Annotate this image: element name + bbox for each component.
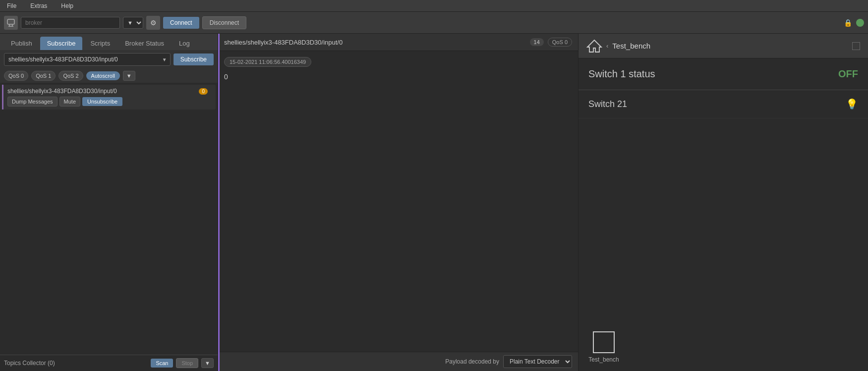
message-header: shellies/shellyix3-483FDA8D3D30/input/0 … bbox=[218, 34, 578, 51]
tab-bar: Publish Subscribe Scripts Broker Status … bbox=[0, 34, 218, 50]
tab-broker-status[interactable]: Broker Status bbox=[118, 37, 171, 50]
spacer bbox=[0, 112, 218, 355]
payload-decoder-select[interactable]: Plain Text Decoder bbox=[503, 355, 572, 368]
main-area: Publish Subscribe Scripts Broker Status … bbox=[0, 34, 868, 371]
switch-status-label: Switch 1 status bbox=[588, 68, 838, 80]
dashboard-title: Test_bench bbox=[612, 42, 848, 50]
testbench-icon-area: Test_bench bbox=[579, 323, 868, 371]
lock-icon: 🔒 bbox=[844, 19, 852, 27]
payload-decoded-label: Payload decoded by bbox=[445, 358, 499, 365]
message-value: 0 bbox=[224, 71, 572, 83]
left-panel-content: shellies/shellyix3-483FDA8D3D30/input/0 … bbox=[0, 83, 218, 371]
payload-bar: Payload decoded by Plain Text Decoder bbox=[218, 352, 578, 371]
connect-button[interactable]: Connect bbox=[163, 17, 199, 29]
more-button[interactable]: ▼ bbox=[123, 71, 135, 81]
subscription-item-inner: shellies/shellyix3-483FDA8D3D30/input/0 … bbox=[7, 88, 212, 106]
subscription-item: shellies/shellyix3-483FDA8D3D30/input/0 … bbox=[2, 85, 216, 109]
qos2-button[interactable]: QoS 2 bbox=[58, 71, 83, 81]
scan-button[interactable]: Scan bbox=[151, 359, 173, 368]
tab-log[interactable]: Log bbox=[172, 37, 197, 50]
subscription-topic-label: shellies/shellyix3-483FDA8D3D30/input/0 bbox=[7, 88, 199, 95]
message-timestamp: 15-02-2021 11:06:56.40016349 bbox=[224, 57, 311, 67]
message-panel: shellies/shellyix3-483FDA8D3D30/input/0 … bbox=[218, 34, 578, 371]
topic-input[interactable] bbox=[4, 53, 159, 65]
dump-messages-button[interactable]: Dump Messages bbox=[7, 97, 58, 106]
message-topic-text: shellies/shellyix3-483FDA8D3D30/input/0 bbox=[224, 39, 526, 46]
dashboard-content-area: Test_bench bbox=[579, 118, 868, 371]
window-control-box[interactable] bbox=[852, 42, 860, 50]
switch-status-value: OFF bbox=[838, 68, 858, 80]
switch21-label: Switch 21 bbox=[588, 99, 846, 109]
qos-bar: QoS 0 QoS 1 QoS 2 Autoscroll ▼ bbox=[0, 69, 218, 83]
menu-extras[interactable]: Extras bbox=[27, 1, 50, 10]
qos0-button[interactable]: QoS 0 bbox=[4, 71, 28, 81]
message-content: 15-02-2021 11:06:56.40016349 0 bbox=[218, 51, 578, 352]
autoscroll-button[interactable]: Autoscroll bbox=[86, 71, 120, 80]
subscription-list: shellies/shellyix3-483FDA8D3D30/input/0 … bbox=[0, 83, 218, 112]
testbench-icon-label: Test_bench bbox=[588, 356, 619, 363]
topics-collector-label: Topics Collector (0) bbox=[4, 360, 148, 367]
mute-button[interactable]: Mute bbox=[59, 97, 80, 106]
connection-status-icons: 🔒 bbox=[844, 19, 864, 27]
topic-input-wrap: ▼ bbox=[4, 53, 171, 66]
disconnect-button[interactable]: Disconnect bbox=[202, 16, 246, 29]
svg-rect-0 bbox=[7, 19, 14, 24]
tab-publish[interactable]: Publish bbox=[4, 37, 39, 50]
connection-bar: ▼ ⚙ Connect Disconnect 🔒 bbox=[0, 12, 868, 34]
svg-marker-4 bbox=[587, 40, 601, 52]
topics-more-button[interactable]: ▼ bbox=[201, 358, 214, 368]
menu-file[interactable]: File bbox=[4, 1, 19, 10]
broker-icon bbox=[4, 16, 18, 30]
qos1-button[interactable]: QoS 1 bbox=[31, 71, 56, 81]
home-button[interactable] bbox=[586, 38, 602, 54]
stop-button[interactable]: Stop bbox=[176, 358, 198, 368]
subscription-badge: 0 bbox=[199, 88, 208, 95]
switch-status-row: Switch 1 status OFF bbox=[579, 58, 868, 90]
topics-collector: Topics Collector (0) Scan Stop ▼ bbox=[0, 355, 218, 371]
message-qos-badge: QoS 0 bbox=[548, 38, 572, 47]
topic-dropdown-arrow[interactable]: ▼ bbox=[159, 55, 170, 64]
dashboard-header: ‹ Test_bench bbox=[579, 34, 868, 58]
unsubscribe-button[interactable]: Unsubscribe bbox=[82, 97, 122, 106]
left-panel: Publish Subscribe Scripts Broker Status … bbox=[0, 34, 218, 371]
message-count-badge: 14 bbox=[530, 38, 544, 46]
connection-status-indicator bbox=[856, 19, 864, 27]
tab-subscribe[interactable]: Subscribe bbox=[40, 37, 83, 50]
right-panel: ‹ Test_bench Switch 1 status OFF Switch … bbox=[578, 34, 868, 371]
back-arrow: ‹ bbox=[606, 42, 608, 50]
subscribe-bar: ▼ Subscribe bbox=[0, 50, 218, 69]
broker-input[interactable] bbox=[21, 17, 120, 29]
subscribe-button[interactable]: Subscribe bbox=[174, 53, 214, 65]
tab-scripts[interactable]: Scripts bbox=[83, 37, 117, 50]
switch21-row: Switch 21 💡 bbox=[579, 90, 868, 118]
broker-dropdown[interactable]: ▼ bbox=[123, 17, 143, 29]
menu-help[interactable]: Help bbox=[58, 1, 76, 10]
settings-button[interactable]: ⚙ bbox=[146, 16, 160, 30]
menu-bar: File Extras Help bbox=[0, 0, 868, 12]
testbench-square-icon bbox=[593, 331, 615, 353]
window-controls bbox=[852, 42, 860, 50]
sub-actions: Dump Messages Mute Unsubscribe bbox=[7, 97, 212, 106]
bulb-icon: 💡 bbox=[846, 98, 858, 110]
